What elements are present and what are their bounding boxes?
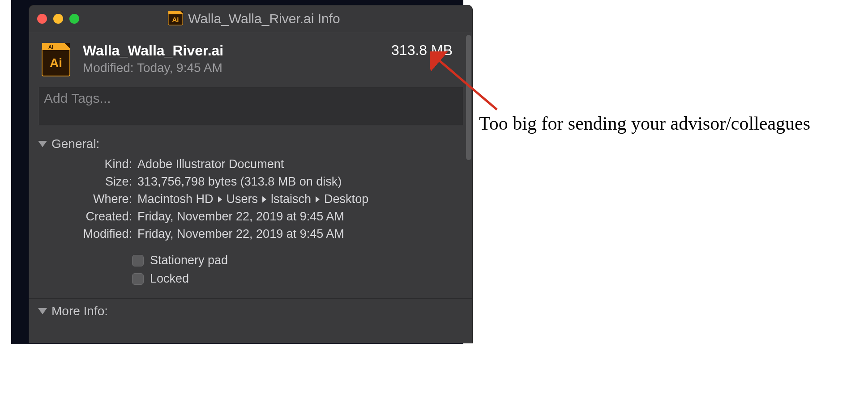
- section-title: General:: [51, 137, 99, 151]
- file-size: 313.8 MB: [391, 42, 453, 59]
- svg-text:AI: AI: [48, 44, 53, 50]
- modified-value: Today, 9:45 AM: [137, 61, 222, 75]
- scrollbar[interactable]: [466, 35, 471, 160]
- modified-label: Modified:: [83, 61, 134, 75]
- section-title: More Info:: [51, 304, 108, 318]
- modified-label: Modified:: [43, 227, 132, 241]
- file-modified: Modified: Today, 9:45 AM: [83, 61, 383, 75]
- window-title: Walla_Walla_River.ai Info: [188, 11, 340, 26]
- path-separator-icon: [316, 196, 320, 203]
- stationery-pad-checkbox[interactable]: [132, 255, 144, 266]
- window-content: AI Ai Walla_Walla_River.ai Modified: Tod…: [29, 32, 472, 343]
- path-segment: Users: [227, 192, 258, 206]
- disclosure-triangle-icon: [38, 141, 47, 147]
- created-label: Created:: [43, 210, 132, 224]
- file-name: Walla_Walla_River.ai: [83, 42, 383, 59]
- locked-label: Locked: [150, 272, 189, 286]
- more-info-header[interactable]: More Info:: [38, 304, 463, 318]
- created-value: Friday, November 22, 2019 at 9:45 AM: [137, 210, 463, 224]
- svg-text:Ai: Ai: [50, 56, 62, 70]
- file-header: AI Ai Walla_Walla_River.ai Modified: Tod…: [29, 32, 472, 83]
- more-info-section: More Info:: [29, 300, 472, 318]
- stationery-pad-row[interactable]: Stationery pad: [132, 254, 463, 267]
- modified-value: Friday, November 22, 2019 at 9:45 AM: [137, 227, 463, 241]
- tags-input[interactable]: Add Tags...: [38, 87, 463, 125]
- general-section: General: Kind: Adobe Illustrator Documen…: [29, 133, 472, 290]
- path-separator-icon: [262, 196, 266, 203]
- stationery-pad-label: Stationery pad: [150, 254, 228, 267]
- title-wrap: Ai Walla_Walla_River.ai Info: [43, 11, 464, 27]
- tags-placeholder: Add Tags...: [44, 91, 111, 106]
- file-meta: Walla_Walla_River.ai Modified: Today, 9:…: [83, 42, 383, 75]
- titlebar: Ai Walla_Walla_River.ai Info: [29, 5, 472, 32]
- general-grid: Kind: Adobe Illustrator Document Size: 3…: [38, 157, 463, 241]
- kind-label: Kind:: [43, 157, 132, 171]
- size-label: Size:: [43, 175, 132, 189]
- locked-checkbox[interactable]: [132, 273, 144, 285]
- size-value: 313,756,798 bytes (313.8 MB on disk): [137, 175, 463, 189]
- path-segment: Macintosh HD: [137, 192, 214, 206]
- ai-file-icon: Ai: [167, 11, 184, 27]
- get-info-window: Ai Walla_Walla_River.ai Info AI Ai: [29, 5, 472, 343]
- annotation-text: Too big for sending your advisor/colleag…: [479, 112, 868, 135]
- where-value: Macintosh HD Users lstaisch Desktop: [137, 192, 463, 206]
- svg-text:Ai: Ai: [172, 16, 179, 23]
- disclosure-triangle-icon: [38, 308, 47, 314]
- section-divider: [29, 298, 472, 299]
- path-segment: lstaisch: [271, 192, 311, 206]
- ai-file-icon: AI Ai: [39, 42, 75, 78]
- locked-row[interactable]: Locked: [132, 272, 463, 286]
- screenshot-canvas: Ai Walla_Walla_River.ai Info AI Ai: [11, 0, 463, 344]
- kind-value: Adobe Illustrator Document: [137, 157, 463, 171]
- path-segment: Desktop: [324, 192, 368, 206]
- general-header[interactable]: General:: [38, 137, 463, 151]
- path-separator-icon: [218, 196, 222, 203]
- where-label: Where:: [43, 192, 132, 206]
